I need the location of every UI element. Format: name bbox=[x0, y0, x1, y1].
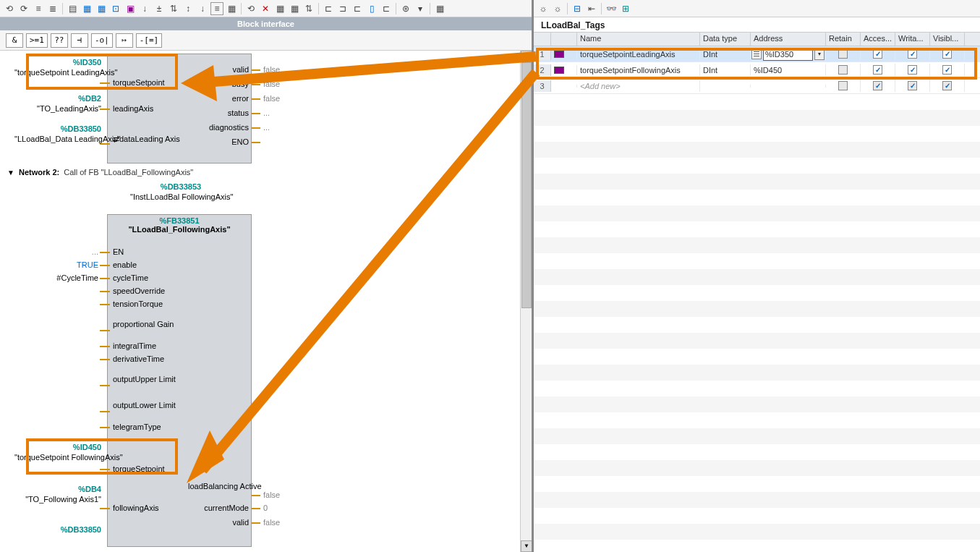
checkbox[interactable]: ✓ bbox=[908, 81, 917, 90]
col-retain[interactable]: Retain bbox=[826, 33, 861, 46]
lad-and-btn[interactable]: & bbox=[6, 33, 23, 48]
toolbar-btn[interactable]: ⊛ bbox=[399, 2, 412, 15]
col-visibl[interactable]: Visibl... bbox=[930, 33, 965, 46]
toolbar-btn[interactable]: ↓ bbox=[138, 2, 151, 15]
toolbar-btn[interactable]: ↕ bbox=[182, 2, 195, 15]
toolbar-btn[interactable]: ▤ bbox=[66, 2, 79, 15]
col-address[interactable]: Address bbox=[751, 33, 826, 46]
checkbox[interactable]: ✓ bbox=[873, 49, 882, 59]
lad-contact-btn[interactable]: ⊣ bbox=[71, 33, 88, 48]
lad-box-btn[interactable]: -[=] bbox=[136, 33, 163, 48]
address-dropdown[interactable]: ▾ bbox=[814, 48, 825, 60]
addnew-label[interactable]: <Add new> bbox=[577, 80, 700, 92]
toolbar-btn[interactable]: ≡ bbox=[210, 2, 223, 15]
toolbar-btn[interactable]: ± bbox=[153, 2, 166, 15]
toolbar-btn[interactable]: ⊡ bbox=[109, 2, 122, 15]
toolbar-btn[interactable]: ☼ bbox=[551, 2, 564, 15]
toolbar-btn[interactable]: ▣ bbox=[124, 2, 137, 15]
rownum: 2 bbox=[534, 64, 551, 76]
toolbar-btn[interactable]: ▯ bbox=[365, 2, 378, 15]
toolbar-btn[interactable]: ✕ bbox=[259, 2, 272, 15]
valid-value: false bbox=[263, 65, 280, 74]
lad-empty-btn[interactable]: ?? bbox=[51, 33, 68, 48]
toolbar-btn[interactable]: ▦ bbox=[273, 2, 286, 15]
tag-address[interactable]: %ID350 ▾ bbox=[751, 47, 826, 61]
toolbar-btn[interactable]: ▦ bbox=[433, 2, 446, 15]
telegramtype-pin: telegramType bbox=[113, 423, 161, 431]
toolbar-btn[interactable]: ☼ bbox=[537, 2, 550, 15]
toolbar-btn[interactable]: ≣ bbox=[46, 2, 59, 15]
checkbox[interactable] bbox=[838, 49, 848, 59]
toolbar-btn[interactable]: ⊏ bbox=[322, 2, 335, 15]
lad-coil-btn[interactable]: -o| bbox=[91, 33, 113, 48]
expand-icon[interactable]: ▼ bbox=[7, 169, 14, 177]
col-acces[interactable]: Acces... bbox=[861, 33, 895, 46]
checkbox[interactable]: ✓ bbox=[942, 81, 952, 90]
col-datatype[interactable]: Data type bbox=[700, 33, 751, 46]
block-interface-header[interactable]: Block interface bbox=[0, 17, 532, 30]
toolbar-btn[interactable]: ⇅ bbox=[167, 2, 180, 15]
checkbox[interactable] bbox=[838, 81, 848, 90]
retain-cell[interactable] bbox=[826, 64, 861, 76]
toolbar-btn[interactable]: ⟲ bbox=[3, 2, 16, 15]
tag-name[interactable]: torqueSetpointLeadingAxis bbox=[577, 48, 700, 60]
toolbar-btn[interactable]: ⇤ bbox=[585, 2, 598, 15]
toolbar-btn[interactable]: ▦ bbox=[95, 2, 108, 15]
visibl-cell[interactable]: ✓ bbox=[930, 64, 965, 76]
tags-toolbar: ☼ ☼ ⊟ ⇤ 👓 ⊞ bbox=[534, 0, 980, 17]
tag-address[interactable]: %ID450 bbox=[751, 64, 826, 76]
toolbar-btn[interactable]: ↓ bbox=[196, 2, 209, 15]
visibl-cell[interactable]: ✓ bbox=[930, 48, 965, 60]
toolbar-btn[interactable]: ▦ bbox=[288, 2, 301, 15]
editor-area[interactable]: %ID350 "torqueSetpoint LeadingAxis" torq… bbox=[0, 51, 532, 552]
id450-label: %ID450 bbox=[29, 443, 101, 451]
tag-row-1[interactable]: 1 torqueSetpointLeadingAxis DInt %ID350 … bbox=[534, 46, 980, 62]
toolbar-btn[interactable]: ⊟ bbox=[571, 2, 584, 15]
lad-branch-btn[interactable]: ↦ bbox=[116, 33, 133, 48]
tag-datatype[interactable]: DInt bbox=[700, 48, 751, 60]
checkbox[interactable]: ✓ bbox=[908, 49, 917, 59]
checkbox[interactable]: ✓ bbox=[942, 65, 952, 75]
scroll-up-arrow[interactable]: ▲ bbox=[521, 51, 532, 62]
toolbar-btn[interactable]: ⊞ bbox=[619, 2, 632, 15]
tags-table-header: Name Data type Address Retain Acces... W… bbox=[534, 32, 980, 46]
network2-header[interactable]: ▼ Network 2: Call of FB "LLoadBal_Follow… bbox=[0, 165, 521, 179]
valid2-value: false bbox=[263, 518, 280, 527]
tag-row-2[interactable]: 2 torqueSetpointFollowingAxis DInt %ID45… bbox=[534, 62, 980, 78]
fb-name: "LLoadBal_FollowingAxis" bbox=[109, 225, 250, 234]
currentmode-value: 0 bbox=[263, 504, 268, 512]
tag-row-addnew[interactable]: 3 <Add new> ✓ ✓ ✓ bbox=[534, 78, 980, 94]
editor-scrollbar[interactable]: ▲ ▼ bbox=[520, 51, 532, 552]
checkbox[interactable]: ✓ bbox=[908, 65, 917, 75]
writa-cell[interactable]: ✓ bbox=[895, 48, 930, 60]
col-writa[interactable]: Writa... bbox=[895, 33, 930, 46]
editor-toolbar: ⟲ ⟳ ≡ ≣ ▤ ▦ ▦ ⊡ ▣ ↓ ± ⇅ ↕ ↓ ≡ ▦ ⟲ ✕ ▦ ▦ … bbox=[0, 0, 532, 17]
toolbar-btn[interactable]: 👓 bbox=[605, 2, 618, 15]
toolbar-btn[interactable]: ▦ bbox=[80, 2, 93, 15]
scroll-thumb[interactable] bbox=[521, 62, 532, 308]
toolbar-btn[interactable]: ≡ bbox=[32, 2, 45, 15]
lad-or-btn[interactable]: >=1 bbox=[26, 33, 48, 48]
acces-cell[interactable]: ✓ bbox=[861, 64, 895, 76]
col-name[interactable]: Name bbox=[577, 33, 700, 46]
toolbar-btn[interactable]: ⇅ bbox=[302, 2, 315, 15]
tag-name[interactable]: torqueSetpointFollowingAxis bbox=[577, 64, 700, 76]
checkbox[interactable] bbox=[838, 65, 848, 75]
toolbar-btn[interactable]: ▦ bbox=[225, 2, 238, 15]
scroll-down-arrow[interactable]: ▼ bbox=[521, 540, 532, 552]
toolbar-btn[interactable]: ⊏ bbox=[380, 2, 393, 15]
acces-cell[interactable]: ✓ bbox=[861, 48, 895, 60]
checkbox[interactable]: ✓ bbox=[873, 81, 882, 90]
toolbar-btn[interactable]: ⊏ bbox=[351, 2, 364, 15]
toolbar-btn[interactable]: ⊐ bbox=[336, 2, 349, 15]
checkbox[interactable]: ✓ bbox=[942, 49, 952, 59]
list-icon[interactable] bbox=[751, 49, 762, 59]
toolbar-btn[interactable]: ⟲ bbox=[244, 2, 257, 15]
toolbar-btn[interactable]: ▾ bbox=[414, 2, 427, 15]
retain-cell[interactable] bbox=[826, 48, 861, 60]
toolbar-btn[interactable]: ⟳ bbox=[17, 2, 30, 15]
valid2-pin: valid bbox=[229, 518, 249, 527]
checkbox[interactable]: ✓ bbox=[873, 65, 882, 75]
writa-cell[interactable]: ✓ bbox=[895, 64, 930, 76]
tag-datatype[interactable]: DInt bbox=[700, 64, 751, 76]
